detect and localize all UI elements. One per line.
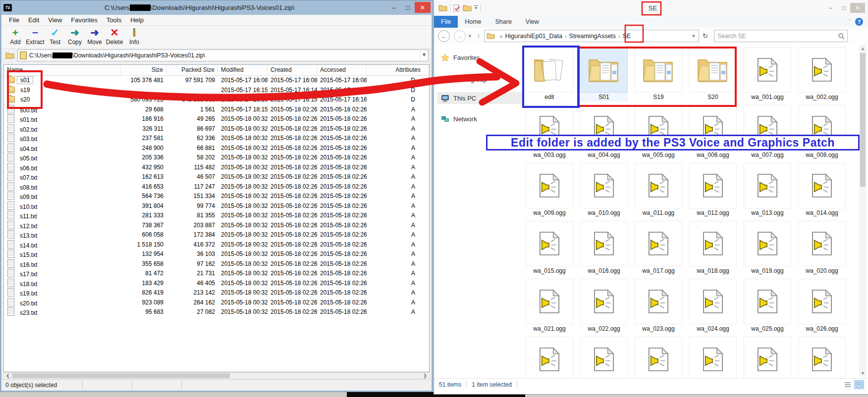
- file-tile[interactable]: edit: [526, 47, 573, 101]
- explorer-maximize-button[interactable]: □: [837, 3, 850, 13]
- table-row[interactable]: s01.txt 186 916 49 265 2015-05-18 00:32 …: [4, 114, 429, 124]
- file-tile[interactable]: wa_014.ogg: [798, 163, 846, 217]
- menu-item-view[interactable]: View: [44, 16, 66, 24]
- file-tile[interactable]: wa_025.ogg: [744, 279, 791, 333]
- forward-button[interactable]: →: [454, 30, 466, 42]
- recent-locations-icon[interactable]: ▼: [468, 34, 472, 39]
- menu-item-help[interactable]: Help: [126, 16, 148, 24]
- move-button[interactable]: ➜Move: [85, 26, 105, 46]
- menu-item-edit[interactable]: Edit: [24, 16, 44, 24]
- breadcrumb-item-higurashiep01_data[interactable]: HigurashiEp01_Data: [505, 33, 562, 40]
- table-row[interactable]: s20 580 093 725 543 383 966 2015-05-17 1…: [4, 95, 429, 105]
- file-tile[interactable]: wa_026.ogg: [798, 279, 846, 333]
- table-row[interactable]: s23.txt 95 683 27 082 2015-05-18 00:32 2…: [4, 307, 429, 317]
- new-folder-icon[interactable]: [463, 4, 472, 11]
- table-row[interactable]: s20.txt 923 089 264 162 2015-05-18 00:32…: [4, 298, 429, 308]
- qat-customize-icon[interactable]: ▼: [474, 5, 478, 10]
- folder-icon[interactable]: [438, 4, 447, 11]
- file-tile[interactable]: wa_019.ogg: [744, 221, 791, 275]
- file-tile[interactable]: [526, 337, 573, 378]
- file-tile[interactable]: S20: [689, 47, 737, 101]
- file-tile[interactable]: wa_010.ogg: [580, 163, 628, 217]
- help-icon[interactable]: ?: [855, 18, 863, 26]
- search-input[interactable]: [714, 32, 838, 40]
- properties-icon[interactable]: [453, 4, 460, 12]
- file-tile[interactable]: [689, 337, 737, 378]
- scroll-right-icon[interactable]: ❯: [421, 373, 429, 378]
- table-row[interactable]: s19 2015-05-17 16:15 2015-05-17 16:14 20…: [4, 86, 429, 96]
- file-tile[interactable]: wa_012.ogg: [689, 163, 737, 217]
- explorer-minimize-button[interactable]: –: [824, 3, 837, 13]
- file-tile[interactable]: [744, 337, 791, 378]
- refresh-icon[interactable]: ↻: [699, 32, 711, 40]
- table-row[interactable]: s06.txt 432 950 115 482 2015-05-18 00:32…: [4, 163, 429, 173]
- file-tile[interactable]: wa_013.ogg: [744, 163, 791, 217]
- file-tile[interactable]: wa_023.ogg: [635, 279, 682, 333]
- tab-file[interactable]: File: [434, 16, 458, 28]
- file-tile[interactable]: [798, 337, 846, 378]
- explorer-close-button[interactable]: ✕: [850, 3, 865, 13]
- scroll-down-icon[interactable]: ▼: [859, 370, 867, 377]
- tab-view[interactable]: View: [519, 16, 546, 28]
- test-button[interactable]: ✓Test: [45, 26, 65, 46]
- file-tile[interactable]: [635, 337, 682, 378]
- table-row[interactable]: s12.txt 738 367 203 887 2015-05-18 00:32…: [4, 221, 429, 231]
- table-row[interactable]: s11.txt 281 333 81 355 2015-05-18 00:32 …: [4, 211, 429, 221]
- column-header-packed-size[interactable]: Packed Size: [166, 65, 218, 75]
- menu-item-tools[interactable]: Tools: [102, 16, 126, 24]
- file-tile[interactable]: wa_004.ogg: [580, 105, 628, 159]
- file-tile[interactable]: wa_024.ogg: [689, 279, 737, 333]
- address-bar[interactable]: « HigurashiEp01_Data›StreamingAssets›SE …: [484, 30, 699, 42]
- table-row[interactable]: s09.txt 564 736 151 334 2015-05-18 00:32…: [4, 192, 429, 201]
- column-header-attributes[interactable]: Attributes: [367, 65, 429, 75]
- file-tile[interactable]: S01: [580, 47, 628, 101]
- explorer-titlebar[interactable]: ▼ SE – □ ✕: [434, 0, 868, 16]
- column-header-created[interactable]: Created: [268, 65, 317, 75]
- file-tile[interactable]: wa_017.ogg: [635, 221, 682, 275]
- table-row[interactable]: s14.txt 1 518 150 416 372 2015-05-18 00:…: [4, 240, 429, 250]
- add-button[interactable]: +Add: [5, 26, 25, 46]
- table-row[interactable]: s01 105 376 481 97 591 709 2015-05-17 16…: [4, 76, 429, 86]
- ribbon-expand-icon[interactable]: ˆ: [849, 19, 850, 25]
- search-icon[interactable]: [838, 33, 845, 40]
- file-tile[interactable]: wa_002.ogg: [798, 47, 846, 101]
- file-tile[interactable]: wa_003.ogg: [526, 105, 573, 159]
- file-tile[interactable]: wa_005.ogg: [635, 105, 682, 159]
- column-header-accessed[interactable]: Accessed: [317, 65, 367, 75]
- table-row[interactable]: s18.txt 183 429 46 405 2015-05-18 00:32 …: [4, 279, 429, 289]
- file-tile[interactable]: wa_001.ogg: [744, 47, 791, 101]
- file-tile[interactable]: wa_015.ogg: [526, 221, 573, 275]
- file-tile[interactable]: wa_011.ogg: [635, 163, 682, 217]
- 7zip-minimize-button[interactable]: –: [387, 2, 401, 13]
- tab-home[interactable]: Home: [458, 16, 488, 28]
- extract-button[interactable]: −Extract: [25, 26, 45, 46]
- info-button[interactable]: iInfo: [124, 26, 144, 46]
- menu-item-favorites[interactable]: Favorites: [66, 16, 102, 24]
- table-row[interactable]: s05.txt 205 336 58 202 2015-05-18 00:32 …: [4, 153, 429, 163]
- explorer-vertical-scrollbar[interactable]: ▲ ▼: [859, 45, 867, 377]
- table-row[interactable]: s02.txt 326 311 86 697 2015-05-18 00:32 …: [4, 124, 429, 134]
- column-header-size[interactable]: Size: [121, 65, 166, 75]
- file-tile[interactable]: [580, 337, 628, 378]
- file-tile[interactable]: S19: [635, 47, 682, 101]
- menu-item-file[interactable]: File: [4, 16, 24, 24]
- table-row[interactable]: s08.txt 416 653 117 247 2015-05-18 00:32…: [4, 182, 429, 192]
- sidebar-item-favorites[interactable]: Favorites: [437, 51, 522, 63]
- thumbnail-view-button[interactable]: [854, 380, 864, 389]
- file-tile[interactable]: wa_016.ogg: [580, 221, 628, 275]
- details-view-button[interactable]: [843, 380, 853, 389]
- delete-button[interactable]: ✕Delete: [105, 26, 124, 46]
- sidebar-item-homegroup[interactable]: Homegroup: [437, 73, 522, 85]
- table-row[interactable]: s17.txt 81 472 21 731 2015-05-18 00:32 2…: [4, 269, 429, 279]
- scrollbar-thumb[interactable]: [12, 373, 230, 378]
- sidebar-item-this-pc[interactable]: This PC: [437, 92, 522, 104]
- table-row[interactable]: s15.txt 132 954 36 103 2015-05-18 00:32 …: [4, 249, 429, 259]
- scrollbar-thumb[interactable]: [860, 53, 866, 187]
- breadcrumb-item-se[interactable]: SE: [623, 33, 631, 40]
- table-row[interactable]: s13.txt 606 058 172 384 2015-05-18 00:32…: [4, 230, 429, 240]
- table-row[interactable]: s00.txt 29 688 1 561 2015-05-17 18:15 20…: [4, 105, 429, 115]
- table-row[interactable]: s10.txt 391 804 99 774 2015-05-18 00:32 …: [4, 201, 429, 211]
- file-tile[interactable]: wa_022.ogg: [580, 279, 628, 333]
- file-tile[interactable]: wa_021.ogg: [526, 279, 573, 333]
- table-row[interactable]: s16.txt 355 658 97 162 2015-05-18 00:32 …: [4, 259, 429, 269]
